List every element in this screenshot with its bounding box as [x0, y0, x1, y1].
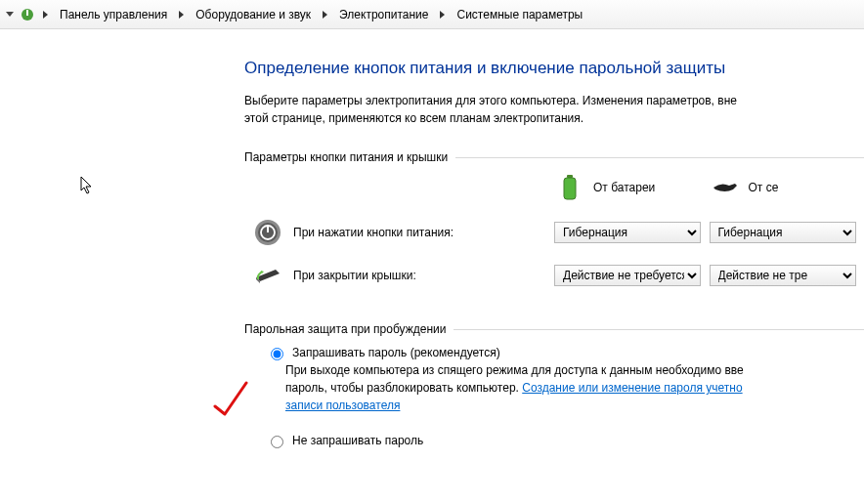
column-header-battery: От батареи [593, 181, 655, 194]
select-lid-close-battery[interactable]: Действие не требуется [554, 265, 701, 286]
content-panel: Определение кнопок питания и включение п… [0, 29, 864, 449]
radio-require-password-desc: При выходе компьютера из спящего режима … [285, 361, 864, 414]
breadcrumb-bar: Панель управления Оборудование и звук Эл… [0, 0, 864, 29]
password-options: Запрашивать пароль (рекомендуется) При в… [244, 344, 864, 449]
power-button-icon [252, 217, 283, 248]
chevron-right-icon[interactable] [43, 11, 48, 19]
column-header-plugged: От се [749, 181, 779, 194]
laptop-lid-icon [252, 260, 283, 291]
power-settings-grid: От батареи От се [244, 172, 864, 297]
label-power-button: При нажатии кнопки питания: [293, 226, 454, 239]
select-power-button-battery[interactable]: Гибернация [554, 222, 701, 243]
select-lid-close-plugged[interactable]: Действие не тре [710, 265, 856, 286]
page-description: Выберите параметры электропитания для эт… [244, 92, 864, 127]
radio-no-require-password[interactable] [271, 436, 283, 448]
radio-require-password-label: Запрашивать пароль (рекомендуется) [292, 344, 500, 361]
section-header-power-buttons: Параметры кнопки питания и крышки [244, 150, 864, 164]
svg-rect-7 [267, 225, 269, 232]
battery-icon [554, 172, 585, 203]
breadcrumb-item-hardware-sound[interactable]: Оборудование и звук [192, 6, 315, 23]
back-history-dropdown[interactable] [6, 12, 14, 17]
breadcrumb-item-system-settings[interactable]: Системные параметры [453, 6, 586, 23]
page-title: Определение кнопок питания и включение п… [244, 59, 864, 78]
radio-no-require-password-label: Не запрашивать пароль [292, 432, 423, 449]
section-header-password: Парольная защита при пробуждении [244, 322, 864, 336]
link-create-change-password-cont[interactable]: записи пользователя [285, 399, 400, 412]
link-create-change-password[interactable]: Создание или изменение пароля учетно [522, 381, 742, 395]
chevron-right-icon[interactable] [323, 11, 327, 19]
power-options-icon [20, 7, 35, 22]
label-lid-close: При закрытии крышки: [293, 269, 416, 282]
svg-rect-1 [26, 10, 28, 16]
breadcrumb-item-control-panel[interactable]: Панель управления [56, 6, 171, 23]
chevron-right-icon[interactable] [440, 11, 445, 19]
chevron-right-icon[interactable] [179, 11, 184, 19]
radio-require-password[interactable] [271, 348, 283, 360]
plug-icon [710, 172, 741, 203]
select-power-button-plugged[interactable]: Гибернация [710, 222, 856, 243]
svg-rect-3 [564, 178, 576, 199]
breadcrumb-item-power-options[interactable]: Электропитание [335, 6, 432, 23]
